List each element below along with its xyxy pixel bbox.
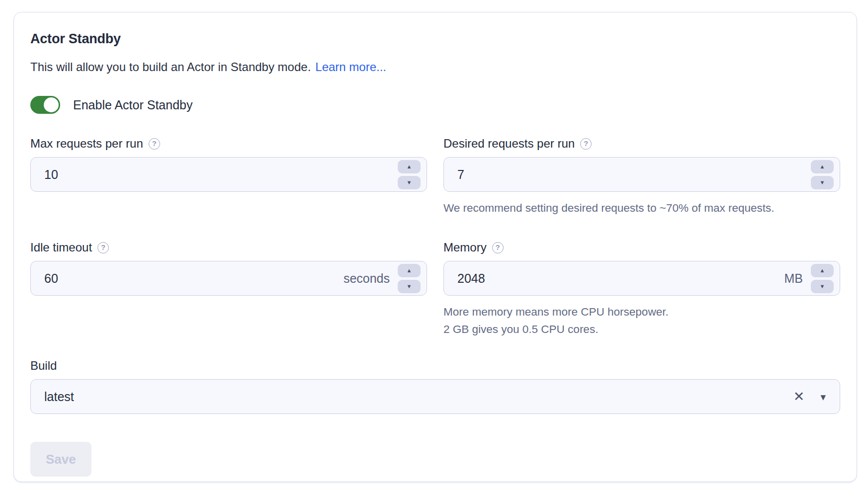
stepper-up-icon[interactable]: ▲: [811, 160, 834, 173]
memory-helper-line-1: More memory means more CPU horsepower.: [443, 303, 840, 321]
stepper-down-icon[interactable]: ▼: [398, 280, 421, 293]
build-label: Build: [30, 359, 840, 373]
save-button[interactable]: Save: [30, 442, 91, 477]
memory-field: Memory ? MB ▲ ▼ More memory means more C…: [443, 241, 840, 338]
max-requests-stepper: ▲ ▼: [398, 160, 421, 189]
idle-timeout-field: Idle timeout ? seconds ▲ ▼: [30, 241, 427, 296]
help-icon[interactable]: ?: [149, 138, 160, 150]
idle-timeout-input[interactable]: [31, 271, 344, 286]
desired-requests-field: Desired requests per run ? ▲ ▼ We recomm…: [443, 137, 840, 217]
memory-unit: MB: [784, 271, 803, 286]
desired-requests-input-box: ▲ ▼: [443, 157, 840, 192]
memory-helper-line-2: 2 GB gives you 0.5 CPU cores.: [443, 321, 840, 338]
max-requests-input[interactable]: [31, 167, 398, 182]
memory-label-row: Memory ?: [443, 241, 840, 254]
idle-timeout-stepper: ▲ ▼: [398, 264, 421, 293]
stepper-down-icon[interactable]: ▼: [811, 280, 834, 293]
memory-label: Memory: [443, 241, 487, 254]
description-text: This will allow you to build an Actor in…: [30, 60, 311, 74]
desired-requests-helper: We recommend setting desired requests to…: [443, 199, 840, 217]
settings-form: Max requests per run ? ▲ ▼ Desired reque…: [30, 137, 840, 338]
desired-requests-label-row: Desired requests per run ?: [443, 137, 840, 151]
max-requests-label: Max requests per run: [30, 137, 143, 151]
toggle-label: Enable Actor Standby: [73, 98, 192, 112]
panel-description: This will allow you to build an Actor in…: [30, 60, 840, 74]
idle-timeout-label: Idle timeout: [30, 241, 92, 254]
idle-timeout-input-box: seconds ▲ ▼: [30, 261, 427, 296]
stepper-up-icon[interactable]: ▲: [811, 264, 834, 277]
max-requests-input-box: ▲ ▼: [30, 157, 427, 192]
desired-requests-input[interactable]: [444, 167, 811, 182]
enable-standby-row: Enable Actor Standby: [30, 96, 840, 114]
max-requests-label-row: Max requests per run ?: [30, 137, 427, 151]
actor-standby-panel: Actor Standby This will allow you to bui…: [13, 12, 857, 482]
build-select[interactable]: latest ✕ ▾: [30, 379, 840, 414]
stepper-up-icon[interactable]: ▲: [398, 160, 421, 173]
page-title: Actor Standby: [30, 31, 840, 47]
memory-input-box: MB ▲ ▼: [443, 261, 840, 296]
memory-stepper: ▲ ▼: [811, 264, 834, 293]
clear-icon[interactable]: ✕: [793, 390, 805, 404]
desired-requests-stepper: ▲ ▼: [811, 160, 834, 189]
help-icon[interactable]: ?: [492, 242, 504, 253]
build-field: Build latest ✕ ▾: [30, 359, 840, 414]
idle-timeout-label-row: Idle timeout ?: [30, 241, 427, 254]
learn-more-link[interactable]: Learn more...: [315, 60, 386, 74]
toggle-knob: [44, 97, 59, 112]
save-row: Save: [30, 442, 840, 477]
build-select-value: latest: [44, 390, 793, 404]
idle-timeout-unit: seconds: [344, 271, 390, 286]
stepper-up-icon[interactable]: ▲: [398, 264, 421, 277]
help-icon[interactable]: ?: [97, 242, 109, 253]
max-requests-field: Max requests per run ? ▲ ▼: [30, 137, 427, 192]
enable-standby-toggle[interactable]: [30, 96, 60, 114]
chevron-down-icon[interactable]: ▾: [820, 392, 826, 402]
memory-input[interactable]: [444, 271, 784, 286]
memory-helper: More memory means more CPU horsepower. 2…: [443, 303, 840, 338]
stepper-down-icon[interactable]: ▼: [398, 176, 421, 189]
stepper-down-icon[interactable]: ▼: [811, 176, 834, 189]
help-icon[interactable]: ?: [580, 138, 592, 150]
desired-requests-label: Desired requests per run: [443, 137, 575, 151]
